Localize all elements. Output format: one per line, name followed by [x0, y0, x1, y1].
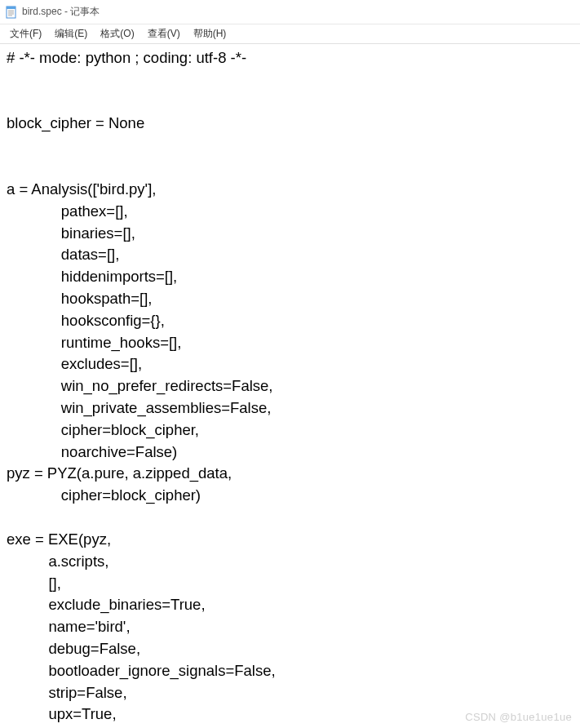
- menu-edit[interactable]: 编辑(E): [48, 25, 94, 42]
- watermark: CSDN @b1ue1ue1ue: [465, 711, 572, 723]
- menu-help[interactable]: 帮助(H): [187, 25, 233, 42]
- svg-rect-1: [7, 7, 15, 9]
- notepad-icon: [5, 6, 18, 19]
- menu-bar: 文件(F) 编辑(E) 格式(O) 查看(V) 帮助(H): [0, 24, 580, 44]
- title-bar: bird.spec - 记事本: [0, 0, 580, 24]
- window-title: bird.spec - 记事本: [22, 5, 100, 19]
- menu-file[interactable]: 文件(F): [3, 25, 48, 42]
- menu-format[interactable]: 格式(O): [94, 25, 140, 42]
- editor-content[interactable]: # -*- mode: python ; coding: utf-8 -*- b…: [0, 44, 580, 728]
- menu-view[interactable]: 查看(V): [141, 25, 187, 42]
